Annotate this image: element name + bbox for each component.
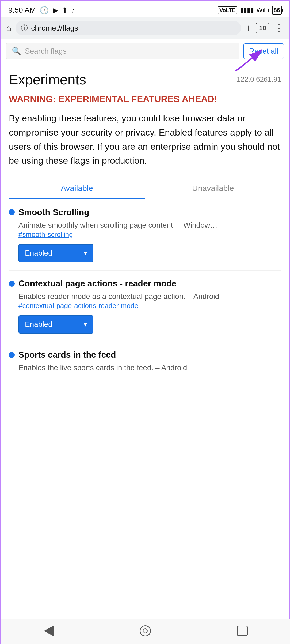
- warning-text: WARNING: EXPERIMENTAL FEATURES AHEAD!: [9, 93, 281, 105]
- flag-title: Smooth Scrolling: [18, 207, 89, 217]
- flag-anchor-link-2[interactable]: #contextual-page-actions-reader-mode: [9, 302, 281, 310]
- flag-dropdown-smooth-scrolling[interactable]: Enabled ▾: [18, 244, 93, 262]
- chevron-down-icon: ▾: [84, 249, 87, 257]
- flag-smooth-scrolling: Smooth Scrolling Animate smoothly when s…: [9, 199, 281, 271]
- recents-button[interactable]: [237, 626, 248, 636]
- battery-icon: 86: [272, 6, 282, 15]
- flag-status-dot-2: [9, 281, 15, 287]
- music-icon: ♪: [71, 6, 75, 14]
- address-text: chrome://flags: [31, 24, 78, 32]
- browser-actions: + 10 ⋮: [245, 23, 284, 34]
- flag-status-dot-3: [9, 352, 15, 358]
- signal-icon: ▮▮▮▮: [240, 6, 254, 14]
- flag-sports-cards: Sports cards in the feed Enables the liv…: [9, 342, 281, 381]
- address-bar[interactable]: ⓘ chrome://flags: [16, 21, 241, 35]
- home-nav-button[interactable]: [140, 625, 151, 636]
- chevron-down-icon-2: ▾: [84, 321, 87, 328]
- new-tab-button[interactable]: +: [245, 23, 251, 34]
- flag-description: Animate smoothly when scrolling page con…: [9, 221, 218, 229]
- dropdown-value: Enabled: [25, 249, 52, 257]
- upload-icon: ⬆: [62, 6, 68, 14]
- flag-title-row-3: Sports cards in the feed: [9, 350, 281, 360]
- search-input-wrapper[interactable]: 🔍 Search flags: [6, 43, 239, 59]
- flag-dropdown-contextual[interactable]: Enabled ▾: [18, 315, 93, 334]
- flag-status-dot: [9, 209, 15, 215]
- search-icon: 🔍: [12, 47, 21, 55]
- navigation-bar: [1, 619, 290, 644]
- tabs-container: Available Unavailable: [9, 178, 281, 199]
- wifi-icon: WiFi: [257, 6, 269, 14]
- back-button[interactable]: [44, 626, 54, 636]
- flag-title-row-2: Contextual page actions - reader mode: [9, 279, 281, 289]
- browser-bar: ⌂ ⓘ chrome://flags + 10 ⋮: [1, 17, 289, 39]
- experiments-header: Experiments 122.0.6261.91: [9, 72, 281, 88]
- info-icon: ⓘ: [21, 23, 28, 33]
- flag-anchor-link[interactable]: #smooth-scrolling: [9, 230, 281, 239]
- flag-title-3: Sports cards in the feed: [18, 350, 116, 360]
- status-left: 9:50 AM 🕐 ▶ ⬆ ♪: [8, 6, 75, 15]
- main-content: Experiments 122.0.6261.91 WARNING: EXPER…: [1, 63, 289, 381]
- youtube-icon: ▶: [53, 6, 58, 14]
- flag-contextual-page-actions: Contextual page actions - reader mode En…: [9, 271, 281, 342]
- flag-title-2: Contextual page actions - reader mode: [18, 279, 176, 289]
- tab-count-button[interactable]: 10: [256, 23, 269, 33]
- recents-square-icon: [237, 626, 248, 636]
- version-text: 122.0.6261.91: [237, 72, 281, 84]
- status-bar: 9:50 AM 🕐 ▶ ⬆ ♪ VoLTE ▮▮▮▮ WiFi 86: [1, 1, 289, 17]
- flag-description-2: Enables reader mode as a contextual page…: [9, 292, 219, 301]
- time-display: 9:50 AM: [8, 6, 36, 14]
- back-icon: [44, 626, 54, 636]
- description-text: By enabling these features, you could lo…: [9, 111, 281, 168]
- flag-description-3: Enables the live sports cards in the fee…: [9, 364, 187, 372]
- search-input[interactable]: Search flags: [25, 47, 67, 55]
- flag-title-row: Smooth Scrolling: [9, 207, 281, 217]
- alarm-icon: 🕐: [40, 6, 49, 15]
- volte-icon: VoLTE: [218, 6, 237, 14]
- search-bar: 🔍 Search flags Reset all: [1, 39, 289, 63]
- reset-all-button[interactable]: Reset all: [243, 43, 284, 59]
- home-button[interactable]: ⌂: [6, 23, 11, 33]
- status-right: VoLTE ▮▮▮▮ WiFi 86: [218, 6, 282, 15]
- tab-available[interactable]: Available: [9, 178, 145, 199]
- tab-unavailable[interactable]: Unavailable: [145, 178, 281, 199]
- menu-button[interactable]: ⋮: [274, 23, 284, 34]
- home-circle-icon: [140, 625, 151, 636]
- dropdown-value-2: Enabled: [25, 320, 52, 329]
- page-title: Experiments: [9, 72, 86, 88]
